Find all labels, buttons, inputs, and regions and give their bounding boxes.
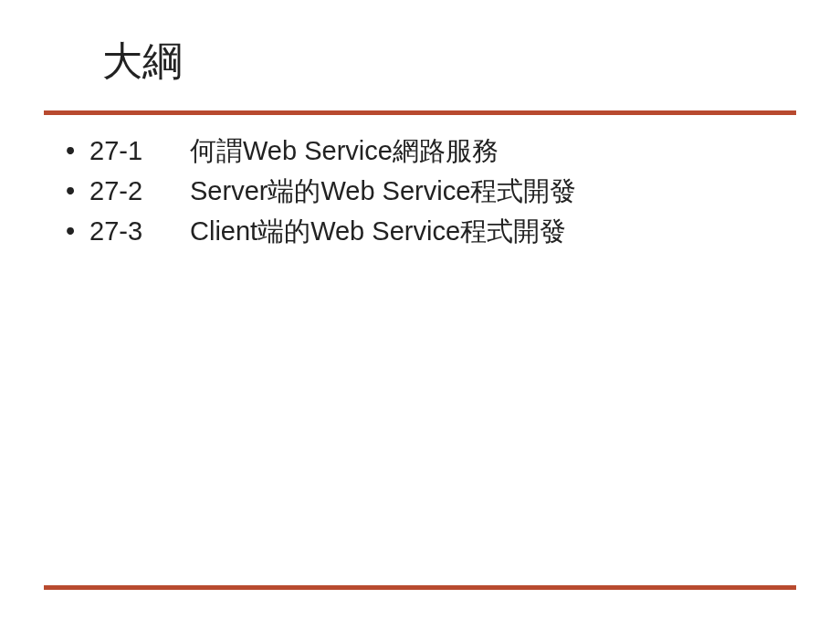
item-number: 27-2 xyxy=(89,172,190,210)
list-item: • 27-3 Client端的Web Service程式開發 xyxy=(66,212,796,250)
divider-bottom xyxy=(44,585,796,590)
list-item: • 27-1 何謂Web Service網路服務 xyxy=(66,131,796,170)
item-number: 27-3 xyxy=(89,212,190,250)
item-number: 27-1 xyxy=(89,131,190,170)
outline-list: • 27-1 何謂Web Service網路服務 • 27-2 Server端的… xyxy=(44,131,796,250)
item-text: 何謂Web Service網路服務 xyxy=(190,131,796,170)
divider-top xyxy=(44,110,796,115)
bullet-icon: • xyxy=(66,172,89,210)
item-text: Client端的Web Service程式開發 xyxy=(190,212,796,250)
slide-title: 大綱 xyxy=(102,35,796,89)
bullet-icon: • xyxy=(66,131,89,170)
item-text: Server端的Web Service程式開發 xyxy=(190,172,796,210)
slide-container: 大綱 • 27-1 何謂Web Service網路服務 • 27-2 Serve… xyxy=(0,0,840,630)
list-item: • 27-2 Server端的Web Service程式開發 xyxy=(66,172,796,210)
bullet-icon: • xyxy=(66,212,89,250)
